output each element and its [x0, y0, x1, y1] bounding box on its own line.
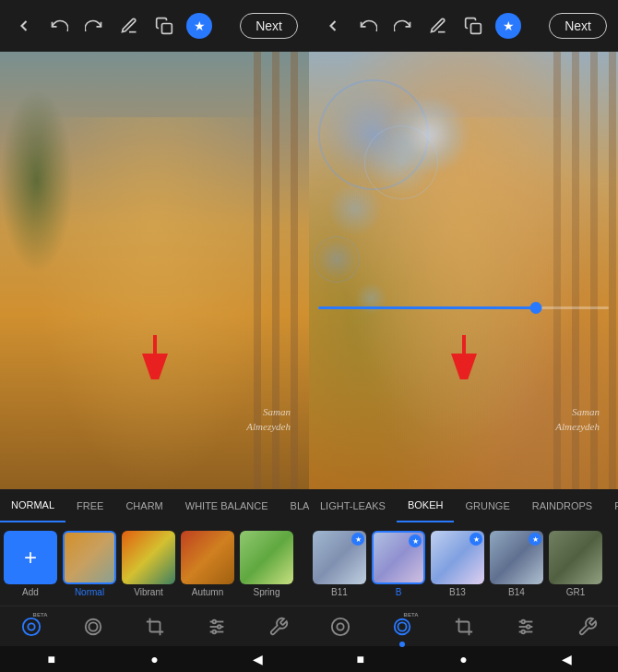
add-filter-label: Add: [22, 587, 39, 597]
right-tab-pape[interactable]: PAPE: [603, 489, 618, 522]
spring-filter-thumb[interactable]: [240, 531, 293, 584]
left-status-circle[interactable]: ●: [143, 648, 165, 670]
svg-point-25: [521, 630, 525, 633]
filter-item-normal[interactable]: Normal: [63, 531, 116, 597]
lens-beta-badge: BETA: [404, 612, 419, 618]
right-nav-tools[interactable]: [573, 612, 602, 642]
svg-point-6: [89, 622, 97, 630]
left-status-home[interactable]: ■: [41, 648, 63, 670]
left-tab-free[interactable]: FREE: [65, 489, 114, 522]
left-tab-black[interactable]: BLACK &: [279, 489, 309, 522]
left-status-back[interactable]: ◀: [246, 648, 268, 670]
filter-item-vibrant[interactable]: Vibrant: [122, 531, 175, 597]
spring-filter-label: Spring: [254, 587, 280, 597]
b14-filter-label: B14: [508, 587, 525, 597]
b11-star-badge: ★: [351, 533, 364, 546]
right-nav-adjust[interactable]: [511, 612, 541, 642]
redo-icon-left[interactable]: [81, 13, 107, 39]
svg-point-10: [212, 619, 216, 623]
filter-item-gr1[interactable]: GR1: [549, 531, 602, 597]
back-icon-right[interactable]: [320, 13, 346, 39]
b13-filter-label: B13: [449, 587, 466, 597]
right-slider-thumb[interactable]: [530, 302, 542, 314]
filter-item-b11[interactable]: ★ B11: [313, 531, 366, 597]
right-toolbar: ★ Next: [309, 0, 618, 52]
gr1-filter-label: GR1: [566, 587, 586, 597]
redo-icon-right[interactable]: [390, 13, 416, 39]
right-nav-crop[interactable]: [449, 612, 479, 642]
filter-item-b12[interactable]: ★ B: [372, 531, 425, 597]
svg-point-17: [337, 623, 343, 630]
svg-point-5: [85, 618, 101, 634]
copy-icon-right[interactable]: [460, 13, 486, 39]
right-filter-items: ★ B11 ★ B ★ B13 ★ B14 GR1: [309, 522, 618, 606]
right-tab-grunge[interactable]: GRUNGE: [454, 489, 520, 522]
edit-icon-left[interactable]: [116, 13, 142, 39]
right-status-home[interactable]: ■: [350, 648, 372, 670]
right-girl-highlight: [340, 117, 588, 489]
left-bottom-nav: BETA: [0, 606, 309, 646]
back-icon-left[interactable]: [11, 13, 37, 39]
right-slider[interactable]: [318, 306, 609, 309]
svg-point-3: [22, 618, 39, 634]
left-tab-whitebalance[interactable]: WHITE BALANCE: [174, 489, 279, 522]
b14-star-badge: ★: [529, 533, 541, 546]
left-toolbar-left: ★: [11, 13, 212, 39]
right-status-back[interactable]: ◀: [555, 648, 577, 670]
edit-icon-right[interactable]: [425, 13, 451, 39]
right-status-circle[interactable]: ●: [452, 648, 474, 670]
autumn-filter-thumb[interactable]: [181, 531, 234, 584]
right-tab-bokeh[interactable]: BOKEH: [397, 489, 455, 522]
filter-item-autumn[interactable]: Autumn: [181, 531, 234, 597]
right-panel: ★ Next Saman: [309, 0, 618, 672]
undo-icon-right[interactable]: [355, 13, 381, 39]
left-nav-effects[interactable]: BETA: [17, 612, 46, 642]
right-bottom-nav: BETA: [309, 606, 618, 646]
filter-item-b13[interactable]: ★ B13: [431, 531, 484, 597]
b12-filter-label: B: [396, 587, 402, 597]
gr1-filter-thumb[interactable]: [549, 531, 602, 584]
left-photo-area: Saman Almezydeh: [0, 52, 309, 489]
left-tab-charm[interactable]: CHARM: [114, 489, 173, 522]
b12-star-badge: ★: [409, 534, 422, 547]
filter-item-spring[interactable]: Spring: [240, 531, 293, 597]
b14-filter-thumb[interactable]: ★: [490, 531, 543, 584]
left-nav-tools[interactable]: [264, 612, 293, 642]
right-nav-lens[interactable]: BETA: [387, 612, 417, 642]
effects-beta-badge: BETA: [33, 612, 48, 618]
right-tab-lightleaks[interactable]: LIGHT-LEAKS: [309, 489, 397, 522]
left-nav-lens[interactable]: [78, 612, 108, 642]
star-icon-right[interactable]: ★: [495, 13, 521, 39]
svg-point-12: [212, 630, 216, 633]
filter-item-b14[interactable]: ★ B14: [490, 531, 543, 597]
left-panel: ★ Next Saman Almezydeh: [0, 0, 309, 672]
left-red-arrow: [137, 333, 173, 383]
copy-icon-left[interactable]: [151, 13, 177, 39]
next-button-right[interactable]: Next: [549, 13, 607, 39]
star-icon-left[interactable]: ★: [186, 13, 212, 39]
normal-filter-thumb[interactable]: [63, 531, 116, 584]
active-nav-indicator: [399, 642, 405, 647]
left-watermark: Saman Almezydeh: [246, 405, 291, 434]
right-red-arrow: [446, 333, 482, 383]
right-tab-raindrops[interactable]: RAINDROPS: [521, 489, 603, 522]
b12-filter-thumb[interactable]: ★: [372, 531, 425, 584]
b11-filter-label: B11: [331, 587, 348, 597]
b13-filter-thumb[interactable]: ★: [431, 531, 484, 584]
right-photo-area: Saman Almezydeh: [309, 52, 618, 489]
undo-icon-left[interactable]: [46, 13, 72, 39]
filter-item-add[interactable]: + Add: [4, 531, 57, 597]
left-nav-adjust[interactable]: [202, 612, 232, 642]
next-button-left[interactable]: Next: [240, 13, 298, 39]
svg-point-23: [521, 619, 525, 623]
svg-point-18: [394, 618, 410, 634]
left-nav-crop[interactable]: [140, 612, 170, 642]
vibrant-filter-thumb[interactable]: [122, 531, 175, 584]
b11-filter-thumb[interactable]: ★: [313, 531, 366, 584]
add-filter-thumb[interactable]: +: [4, 531, 57, 584]
vibrant-filter-label: Vibrant: [134, 587, 163, 597]
left-tab-normal[interactable]: NORMAL: [0, 489, 65, 522]
left-girl-highlight: [31, 117, 279, 489]
svg-point-4: [28, 623, 34, 630]
right-nav-effects[interactable]: [326, 612, 355, 642]
